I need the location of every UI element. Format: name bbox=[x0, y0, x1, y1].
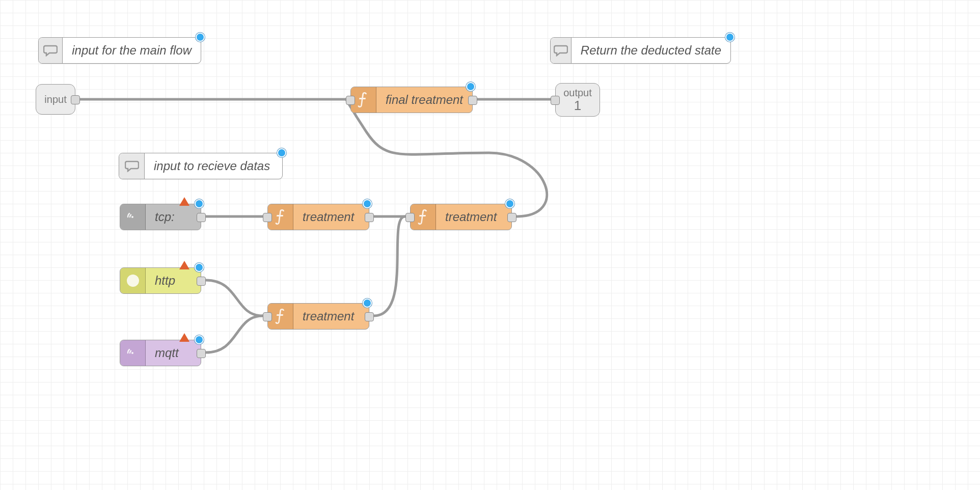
input-port[interactable] bbox=[405, 213, 415, 222]
output-port[interactable] bbox=[71, 95, 80, 104]
output-port[interactable] bbox=[197, 349, 206, 358]
node-label: final treatment bbox=[376, 87, 472, 113]
svg-point-3 bbox=[131, 352, 133, 354]
warning-icon bbox=[179, 261, 189, 269]
warning-icon bbox=[179, 333, 189, 342]
subflow-output-label: output bbox=[563, 88, 592, 98]
status-dot-icon bbox=[277, 148, 286, 157]
subflow-output-index: 1 bbox=[574, 99, 581, 112]
subflow-input[interactable]: input bbox=[36, 84, 75, 115]
svg-point-0 bbox=[131, 216, 133, 218]
comment-label: input for the main flow bbox=[63, 38, 201, 63]
input-port[interactable] bbox=[346, 96, 355, 105]
speech-bubble-icon bbox=[551, 38, 571, 63]
input-port[interactable] bbox=[551, 96, 560, 105]
status-dot-icon bbox=[195, 263, 204, 272]
node-label: treatment bbox=[436, 204, 506, 230]
node-treatment-3[interactable]: treatment bbox=[267, 303, 369, 330]
node-treatment-2[interactable]: treatment bbox=[410, 204, 512, 230]
node-label: tcp: bbox=[146, 204, 184, 230]
output-port[interactable] bbox=[197, 213, 206, 222]
network-icon bbox=[120, 204, 146, 230]
input-port[interactable] bbox=[263, 312, 272, 321]
input-port[interactable] bbox=[263, 213, 272, 222]
status-dot-icon bbox=[363, 298, 372, 308]
speech-bubble-icon bbox=[119, 153, 145, 179]
node-tcp[interactable]: tcp: bbox=[120, 204, 201, 230]
comment-label: Return the deducted state bbox=[571, 38, 730, 63]
node-label: mqtt bbox=[146, 340, 188, 366]
comment-main-input[interactable]: input for the main flow bbox=[38, 37, 201, 64]
node-label: http bbox=[146, 268, 184, 293]
node-final-treatment[interactable]: final treatment bbox=[350, 87, 473, 113]
status-dot-icon bbox=[466, 82, 475, 91]
canvas-grid bbox=[0, 0, 980, 490]
network-icon bbox=[120, 340, 146, 366]
status-dot-icon bbox=[725, 33, 734, 42]
status-dot-icon bbox=[195, 199, 204, 208]
warning-icon bbox=[179, 197, 189, 206]
output-port[interactable] bbox=[365, 213, 374, 222]
comment-receive-datas[interactable]: input to recieve datas bbox=[119, 153, 283, 179]
node-label: treatment bbox=[293, 304, 363, 329]
node-mqtt[interactable]: mqtt bbox=[120, 340, 201, 366]
output-port[interactable] bbox=[468, 96, 477, 105]
subflow-input-label: input bbox=[44, 94, 66, 104]
speech-bubble-icon bbox=[39, 38, 63, 63]
output-port[interactable] bbox=[507, 213, 516, 222]
node-label: treatment bbox=[293, 204, 363, 230]
globe-icon bbox=[120, 268, 146, 293]
comment-return-state[interactable]: Return the deducted state bbox=[550, 37, 731, 64]
status-dot-icon bbox=[195, 335, 204, 344]
output-port[interactable] bbox=[365, 312, 374, 321]
node-treatment-1[interactable]: treatment bbox=[267, 204, 369, 230]
status-dot-icon bbox=[196, 33, 205, 42]
node-http[interactable]: http bbox=[120, 267, 201, 294]
status-dot-icon bbox=[505, 199, 514, 208]
status-dot-icon bbox=[363, 199, 372, 208]
comment-label: input to recieve datas bbox=[145, 153, 279, 179]
output-port[interactable] bbox=[197, 277, 206, 286]
subflow-output[interactable]: output 1 bbox=[555, 83, 600, 117]
